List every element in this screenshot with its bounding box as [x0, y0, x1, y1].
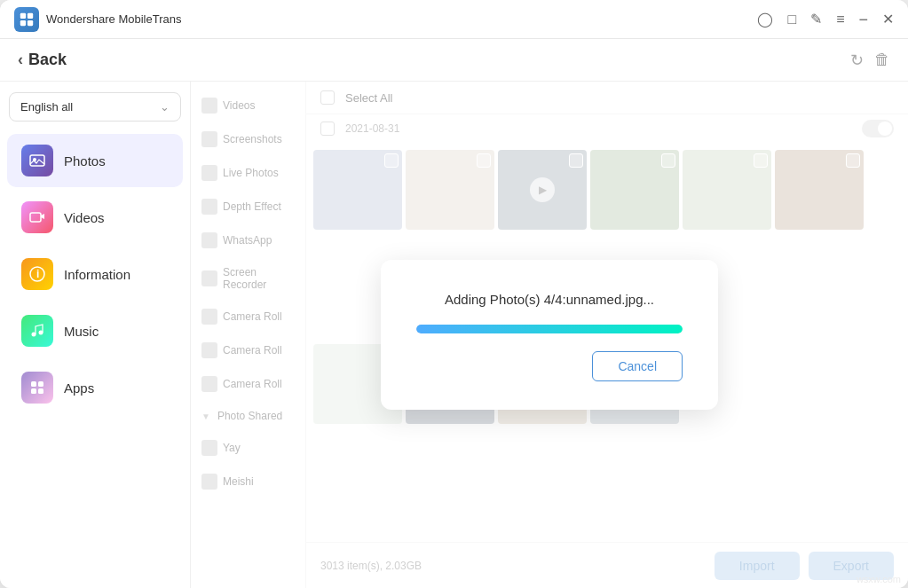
svg-text:i: i — [36, 268, 39, 280]
dialog-message: Adding Photo(s) 4/4:unnamed.jpg... — [416, 292, 683, 307]
back-arrow-icon: ‹ — [18, 51, 23, 69]
chevron-down-icon: ⌄ — [160, 100, 170, 114]
apps-icon — [21, 372, 53, 404]
svg-rect-2 — [20, 20, 26, 25]
music-svg — [28, 322, 46, 340]
minimize-icon[interactable]: − — [858, 12, 868, 27]
svg-point-10 — [39, 331, 43, 335]
videos-svg — [28, 208, 46, 226]
back-label: Back — [28, 51, 67, 69]
svg-rect-6 — [30, 213, 41, 222]
app-logo — [14, 7, 39, 32]
refresh-icon[interactable]: ↻ — [850, 51, 864, 70]
photos-svg — [28, 152, 46, 169]
sub-header: ‹ Back ↻ 🗑 — [0, 39, 908, 82]
sidebar-label-music: Music — [64, 324, 99, 339]
sidebar-label-information: Information — [64, 267, 130, 282]
dialog-actions: Cancel — [416, 351, 683, 381]
information-svg: i — [28, 265, 46, 283]
progress-bar-fill — [416, 325, 683, 333]
dialog-overlay: Adding Photo(s) 4/4:unnamed.jpg... Cance… — [191, 82, 908, 588]
sidebar-item-photos[interactable]: Photos — [7, 134, 183, 187]
photos-icon — [21, 145, 53, 176]
person-icon[interactable]: ◯ — [757, 12, 773, 27]
progress-bar-container — [416, 325, 683, 333]
sidebar-item-music[interactable]: Music — [7, 304, 183, 357]
svg-rect-1 — [28, 12, 33, 18]
svg-point-9 — [32, 333, 36, 337]
svg-rect-3 — [28, 20, 33, 25]
title-bar: Wondershare MobileTrans ◯ □ ✎ ≡ − ✕ — [0, 0, 908, 39]
delete-icon[interactable]: 🗑 — [874, 51, 890, 70]
svg-rect-12 — [38, 381, 43, 387]
sidebar-item-apps[interactable]: Apps — [7, 361, 183, 414]
videos-icon — [21, 201, 53, 233]
language-label: English all — [20, 100, 73, 114]
header-actions: ↻ 🗑 — [850, 51, 890, 70]
svg-rect-14 — [38, 388, 43, 394]
svg-rect-4 — [30, 155, 44, 166]
sidebar-item-videos[interactable]: Videos — [7, 191, 183, 244]
logo-icon — [19, 12, 35, 27]
main-content: English all ⌄ Photos — [0, 82, 908, 588]
sidebar-item-information[interactable]: i Information — [7, 247, 183, 301]
app-window: Wondershare MobileTrans ◯ □ ✎ ≡ − ✕ ‹ Ba… — [0, 0, 908, 588]
information-icon: i — [21, 258, 53, 290]
sidebar-label-videos: Videos — [64, 210, 105, 225]
music-icon — [21, 315, 53, 347]
apps-svg — [28, 379, 46, 396]
bookmark-icon[interactable]: □ — [787, 12, 796, 27]
language-selector[interactable]: English all ⌄ — [9, 92, 181, 122]
back-button[interactable]: ‹ Back — [18, 51, 67, 69]
edit-icon[interactable]: ✎ — [810, 12, 822, 27]
menu-icon[interactable]: ≡ — [836, 12, 844, 27]
window-controls: ◯ □ ✎ ≡ − ✕ — [757, 12, 894, 27]
close-icon[interactable]: ✕ — [882, 12, 894, 27]
svg-rect-13 — [31, 388, 36, 394]
cancel-button[interactable]: Cancel — [592, 351, 683, 381]
sidebar-label-apps: Apps — [64, 380, 94, 396]
progress-dialog: Adding Photo(s) 4/4:unnamed.jpg... Cance… — [381, 260, 718, 410]
sidebar-label-photos: Photos — [64, 153, 106, 169]
sidebar: English all ⌄ Photos — [0, 82, 191, 588]
svg-rect-0 — [20, 12, 26, 18]
content-panel: Videos Screenshots Live Photos Depth Eff… — [191, 82, 908, 588]
svg-rect-11 — [31, 381, 36, 387]
app-title: Wondershare MobileTrans — [46, 12, 757, 26]
